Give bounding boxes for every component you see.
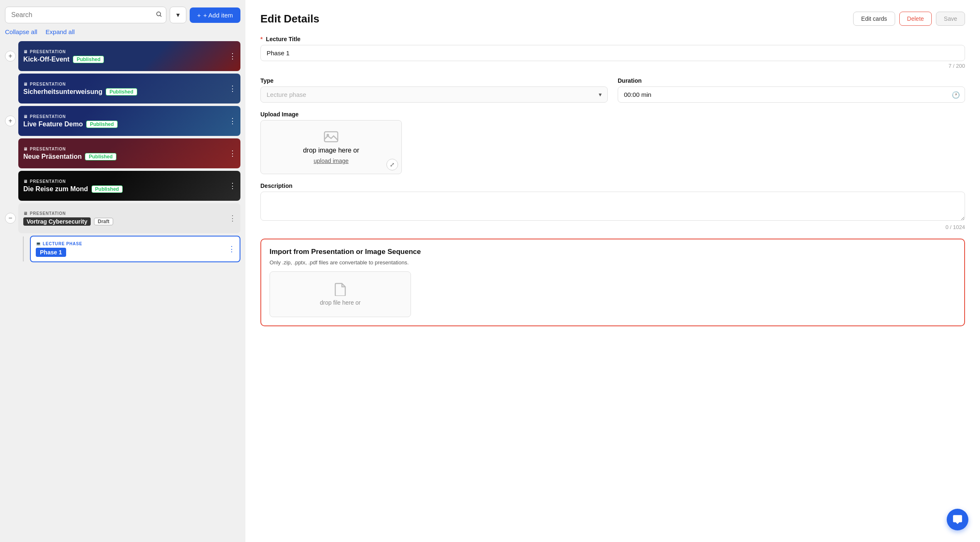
edit-cards-button[interactable]: Edit cards — [853, 12, 895, 26]
svg-line-1 — [160, 15, 161, 17]
expand-image-button[interactable]: ⤢ — [386, 159, 398, 170]
lecture-type-label: 💻 LECTURE PHASE — [36, 241, 82, 246]
card-title: Vortrag Cybersecurity Draft — [23, 217, 113, 226]
upload-image-section: Upload Image drop image here or upload i… — [260, 111, 965, 174]
presentation-card[interactable]: 🖥 PRESENTATION Live Feature Demo Publish… — [18, 106, 240, 136]
monitor-icon: 🖥 — [23, 147, 28, 151]
description-section: Description 0 / 1024 — [260, 182, 965, 230]
presentation-card[interactable]: 🖥 PRESENTATION Neue Präsentation Publish… — [18, 138, 240, 168]
card-menu-button[interactable]: ⋮ — [229, 84, 236, 93]
search-input-wrap — [5, 7, 166, 23]
status-badge: Published — [86, 121, 117, 128]
description-label: Description — [260, 182, 965, 189]
presentation-card[interactable]: 🖥 PRESENTATION Die Reise zum Mond Publis… — [18, 171, 240, 201]
upload-image-drop-zone[interactable]: drop image here or upload image ⤢ — [260, 120, 402, 174]
lecture-menu-button[interactable]: ⋮ — [228, 244, 235, 254]
monitor-icon: 🖥 — [23, 211, 28, 216]
collapse-button[interactable]: − — [5, 213, 16, 224]
card-title: Neue Präsentation Published — [23, 153, 116, 160]
card-menu-button[interactable]: ⋮ — [229, 116, 236, 126]
presentation-card[interactable]: 🖥 PRESENTATION Sicherheitsunterweisung P… — [18, 74, 240, 103]
card-menu-button[interactable]: ⋮ — [229, 181, 236, 190]
lecture-title-input[interactable] — [260, 45, 965, 61]
svg-point-0 — [157, 12, 161, 16]
card-title: Live Feature Demo Published — [23, 121, 118, 128]
list-item: 🖥 PRESENTATION Die Reise zum Mond Publis… — [5, 171, 240, 201]
clock-icon: 🕐 — [952, 91, 960, 99]
lecture-title: Phase 1 — [36, 248, 66, 257]
edit-actions: Edit cards Delete Save — [853, 12, 965, 26]
drop-file-text: drop file here or — [320, 299, 361, 306]
search-icon-button[interactable] — [156, 11, 162, 19]
expand-all-link[interactable]: Expand all — [46, 28, 75, 35]
type-label: Type — [260, 77, 608, 84]
chat-button[interactable] — [947, 509, 968, 530]
lecture-title-section: * Lecture Title 7 / 200 — [260, 36, 965, 69]
card-type-label: 🖥 PRESENTATION — [23, 49, 66, 54]
expand-button[interactable]: + — [5, 51, 16, 62]
card-menu-button[interactable]: ⋮ — [229, 52, 236, 61]
card-type-label: 🖥 PRESENTATION — [23, 82, 66, 86]
lecture-item-row: 💻 LECTURE PHASE Phase 1 ⋮ — [5, 236, 240, 262]
monitor-icon: 🖥 — [23, 82, 28, 86]
card-type-label: 🖥 PRESENTATION — [23, 114, 66, 119]
collapse-all-link[interactable]: Collapse all — [5, 28, 37, 35]
type-select-wrap: Lecture phase ▼ — [260, 86, 608, 103]
save-button[interactable]: Save — [936, 12, 965, 26]
right-panel: Edit Details Edit cards Delete Save * Le… — [245, 0, 980, 542]
lecture-card[interactable]: 💻 LECTURE PHASE Phase 1 ⋮ — [30, 236, 240, 262]
image-icon — [324, 130, 339, 143]
lecture-title-badge: Phase 1 — [36, 246, 66, 257]
status-badge: Published — [92, 185, 123, 193]
monitor-icon: 🖥 — [23, 114, 28, 119]
duration-col: Duration 🕐 — [618, 77, 965, 103]
file-icon — [334, 283, 346, 296]
status-badge: Published — [106, 88, 137, 96]
left-panel: ▼ + + Add item Collapse all Expand all +… — [0, 0, 245, 542]
chat-icon — [952, 514, 963, 525]
card-title: Sicherheitsunterweisung Published — [23, 88, 137, 96]
duration-label: Duration — [618, 77, 965, 84]
card-type-label: 🖥 PRESENTATION — [23, 211, 66, 216]
upload-image-link[interactable]: upload image — [314, 158, 349, 164]
expand-button[interactable]: + — [5, 116, 16, 126]
char-count: 7 / 200 — [260, 63, 965, 69]
page-title: Edit Details — [260, 12, 319, 25]
status-badge: Published — [73, 56, 104, 63]
card-menu-button[interactable]: ⋮ — [229, 149, 236, 158]
lecture-title-label: * Lecture Title — [260, 36, 965, 42]
collapse-expand-row: Collapse all Expand all — [5, 28, 240, 35]
search-row: ▼ + + Add item — [5, 7, 240, 23]
description-textarea[interactable] — [260, 192, 965, 221]
add-item-button[interactable]: + + Add item — [190, 7, 240, 23]
status-badge: Published — [85, 153, 116, 160]
type-select[interactable]: Lecture phase — [260, 86, 608, 103]
presentation-card[interactable]: 🖥 PRESENTATION Kick-Off-Event Published … — [18, 41, 240, 71]
type-duration-row: Type Lecture phase ▼ Duration 🕐 — [260, 77, 965, 103]
filter-button[interactable]: ▼ — [170, 7, 186, 23]
monitor-icon: 🖥 — [23, 179, 28, 184]
add-item-label: + Add item — [203, 12, 233, 19]
monitor-icon: 🖥 — [23, 49, 28, 54]
card-menu-button[interactable]: ⋮ — [229, 214, 236, 223]
required-marker: * — [260, 36, 262, 42]
import-drop-zone[interactable]: drop file here or — [270, 271, 411, 317]
duration-wrap: 🕐 — [618, 86, 965, 103]
list-area: + 🖥 PRESENTATION Kick-Off-Event Publishe… — [5, 41, 240, 265]
list-item: + 🖥 PRESENTATION Live Feature Demo Publi… — [5, 106, 240, 136]
list-item: + 🖥 PRESENTATION Kick-Off-Event Publishe… — [5, 41, 240, 71]
search-input[interactable] — [5, 7, 166, 23]
card-title: Kick-Off-Event Published — [23, 56, 104, 63]
plus-icon: + — [197, 12, 201, 19]
import-subtitle: Only .zip, .pptx, .pdf files are convert… — [270, 259, 956, 266]
status-badge: Draft — [94, 218, 113, 225]
card-type-label: 🖥 PRESENTATION — [23, 179, 66, 184]
presentation-card[interactable]: 🖥 PRESENTATION Vortrag Cybersecurity Dra… — [18, 203, 240, 233]
card-type-label: 🖥 PRESENTATION — [23, 147, 66, 151]
edit-header: Edit Details Edit cards Delete Save — [260, 12, 965, 26]
duration-input[interactable] — [618, 86, 965, 103]
delete-button[interactable]: Delete — [899, 12, 932, 26]
upload-image-label: Upload Image — [260, 111, 965, 118]
lecture-icon: 💻 — [36, 241, 41, 246]
list-item: − 🖥 PRESENTATION Vortrag Cybersecurity D… — [5, 203, 240, 233]
